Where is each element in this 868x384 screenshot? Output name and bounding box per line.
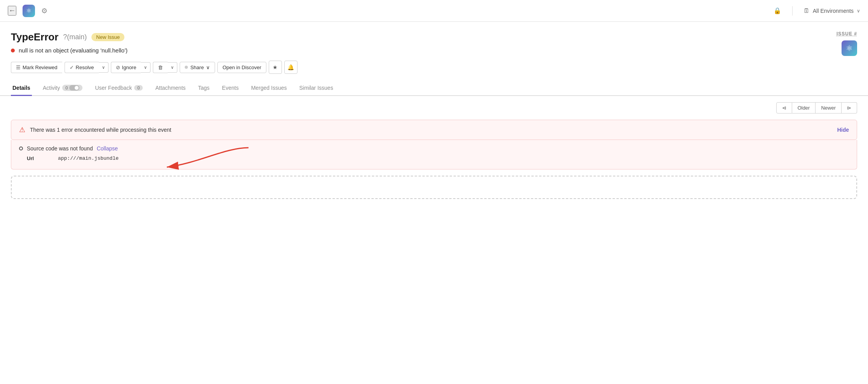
tab-activity-label: Activity (43, 85, 60, 91)
mark-reviewed-label: Mark Reviewed (23, 65, 58, 70)
issue-header: TypeError ?(main) New Issue ISSUE # ⚛ nu… (0, 22, 868, 54)
issue-description-row: null is not an object (evaluating 'null.… (11, 47, 857, 54)
ignore-button[interactable]: ⊘ Ignore (111, 62, 141, 73)
tab-similar-issues[interactable]: Similar Issues (298, 81, 335, 96)
issue-number[interactable]: ISSUE # (836, 31, 857, 37)
error-indicator (11, 49, 15, 52)
nav-divider (792, 6, 793, 16)
resolve-group: ✓ Resolve ∨ (65, 62, 108, 73)
tab-attachments[interactable]: Attachments (154, 81, 187, 96)
older-button[interactable]: Older (792, 102, 816, 113)
back-button[interactable]: ← (8, 6, 16, 16)
trash-icon: 🗑 (158, 65, 163, 70)
share-button[interactable]: Share ∨ (180, 62, 215, 73)
resolve-dropdown[interactable]: ∨ (99, 62, 108, 73)
user-feedback-badge: 0 (134, 85, 143, 91)
content-area: ⊲ Older Newer ⊳ ⚠ There was 1 error enco… (0, 96, 868, 205)
tab-activity[interactable]: Activity 0 (41, 81, 84, 96)
error-banner: ⚠ There was 1 error encountered while pr… (11, 120, 857, 140)
ignore-group: ⊘ Ignore ∨ (111, 62, 151, 73)
tab-events-label: Events (222, 85, 239, 91)
open-in-discover-label: Open in Discover (222, 65, 261, 70)
action-bar: ☰ Mark Reviewed ✓ Resolve ∨ ⊘ Ignore ∨ 🗑… (0, 61, 868, 81)
new-issue-badge: New Issue (91, 33, 124, 41)
environment-icon: 🗓 (803, 7, 810, 14)
error-banner-text: There was 1 error encountered while proc… (30, 127, 171, 133)
tab-details[interactable]: Details (11, 81, 32, 96)
source-row: Source code was not found Collapse (19, 145, 849, 152)
collapse-link[interactable]: Collapse (97, 145, 118, 152)
lock-icon: 🔒 (774, 7, 781, 14)
tab-details-label: Details (12, 85, 30, 91)
issue-title-row: TypeError ?(main) New Issue (11, 31, 857, 43)
newer-button[interactable]: Newer (816, 102, 842, 113)
bell-button[interactable]: 🔔 (284, 61, 298, 74)
issue-description: null is not an object (evaluating 'null.… (19, 47, 128, 54)
url-value: app:///main.jsbundle (58, 155, 119, 161)
source-circle-icon (19, 147, 23, 150)
source-error-detail: Source code was not found Collapse Url a… (11, 140, 857, 169)
star-button[interactable]: ★ (269, 61, 282, 74)
url-row: Url app:///main.jsbundle (27, 155, 849, 161)
tab-merged-issues[interactable]: Merged Issues (250, 81, 289, 96)
share-dot-icon (185, 66, 188, 69)
tab-tags[interactable]: Tags (196, 81, 211, 96)
issue-type: TypeError (11, 31, 58, 43)
bell-icon: 🔔 (287, 64, 294, 70)
ignore-label: Ignore (122, 65, 136, 70)
ignore-dropdown[interactable]: ∨ (141, 62, 150, 73)
delete-group: 🗑 ∨ (153, 62, 177, 73)
tab-attachments-label: Attachments (155, 85, 186, 91)
share-label: Share (190, 65, 204, 70)
resolve-label: Resolve (76, 65, 94, 70)
environment-selector[interactable]: 🗓 All Environments ∨ (803, 7, 860, 14)
resolve-button[interactable]: ✓ Resolve (65, 62, 99, 73)
dashed-box (11, 176, 857, 199)
tab-events[interactable]: Events (220, 81, 240, 96)
source-label: Source code was not found (27, 145, 93, 152)
open-in-discover-button[interactable]: Open in Discover (217, 62, 266, 73)
share-chevron-icon: ∨ (206, 65, 210, 70)
chevron-down-icon: ∨ (857, 8, 860, 14)
settings-icon[interactable]: ⚙ (41, 7, 47, 15)
app-logo: ⚛ (23, 5, 35, 17)
environment-label: All Environments (813, 8, 854, 14)
ignore-icon: ⊘ (116, 65, 120, 70)
tab-similar-issues-label: Similar Issues (299, 85, 333, 91)
error-banner-left: ⚠ There was 1 error encountered while pr… (19, 126, 171, 134)
tab-merged-issues-label: Merged Issues (251, 85, 287, 91)
delete-button[interactable]: 🗑 (153, 62, 168, 73)
activity-badge: 0 (62, 85, 82, 91)
mark-reviewed-button[interactable]: ☰ Mark Reviewed (11, 62, 62, 73)
mark-reviewed-group: ☰ Mark Reviewed (11, 62, 62, 73)
issue-platform-icon: ⚛ (842, 40, 857, 56)
check-icon: ✓ (70, 65, 74, 70)
delete-dropdown[interactable]: ∨ (168, 62, 177, 73)
tab-tags-label: Tags (198, 85, 210, 91)
mark-reviewed-icon: ☰ (16, 65, 21, 70)
tab-user-feedback[interactable]: User Feedback 0 (93, 81, 144, 96)
first-page-button[interactable]: ⊲ (776, 102, 792, 113)
activity-toggle[interactable] (69, 85, 79, 91)
last-page-button[interactable]: ⊳ (842, 102, 857, 113)
url-key: Url (27, 155, 50, 161)
hide-button[interactable]: Hide (837, 127, 849, 133)
top-nav: ← ⚛ ⚙ 🔒 🗓 All Environments ∨ (0, 0, 868, 22)
tab-user-feedback-label: User Feedback (95, 85, 132, 91)
issue-main-label: ?(main) (63, 33, 87, 41)
pagination-row: ⊲ Older Newer ⊳ (11, 102, 857, 113)
warning-icon: ⚠ (19, 126, 25, 134)
tabs-bar: Details Activity 0 User Feedback 0 Attac… (0, 81, 868, 96)
activity-count: 0 (65, 86, 68, 90)
star-icon: ★ (273, 64, 278, 70)
